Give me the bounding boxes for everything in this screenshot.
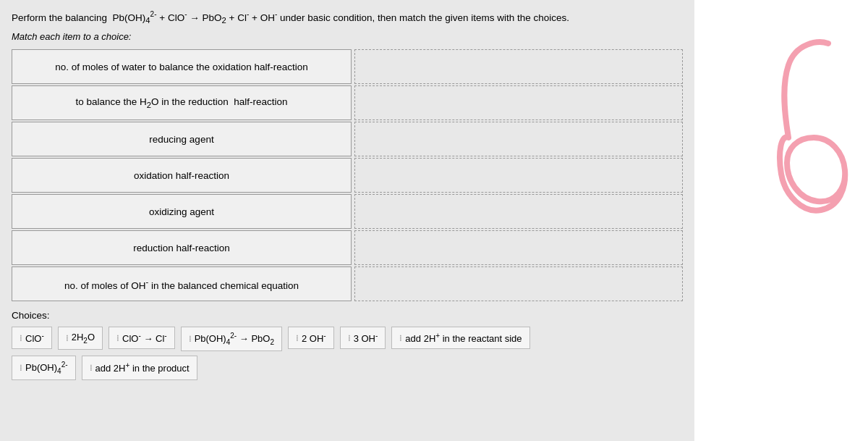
choice-clo-label: ClO- bbox=[25, 332, 44, 344]
drag-icon-pboh4: ⁞ bbox=[20, 363, 22, 373]
choice-clo[interactable]: ⁞ ClO- bbox=[12, 327, 52, 349]
answer-box-1[interactable] bbox=[354, 49, 683, 84]
choice-clo-to-cl[interactable]: ⁞ ClO- → Cl- bbox=[109, 327, 175, 349]
choice-pb-to-pbo2-label: Pb(OH)42- → PbO2 bbox=[195, 332, 274, 346]
choice-pb-to-pbo2[interactable]: ⁞ Pb(OH)42- → PbO2 bbox=[181, 327, 282, 351]
instruction-text: Perform the balancing Pb(OH)42- + ClO- →… bbox=[12, 9, 683, 27]
drag-icon-clo-to-cl: ⁞ bbox=[116, 333, 119, 343]
answer-box-6[interactable] bbox=[354, 230, 683, 265]
answer-box-5[interactable] bbox=[354, 194, 683, 229]
main-area: Perform the balancing Pb(OH)42- + ClO- →… bbox=[0, 0, 694, 441]
drag-icon-add2h-reactant: ⁞ bbox=[399, 333, 401, 343]
item-5[interactable]: oxidizing agent bbox=[12, 194, 352, 229]
item-5-label: oxidizing agent bbox=[149, 206, 214, 217]
drag-icon-add2h-product: ⁞ bbox=[90, 363, 92, 373]
choice-clo-to-cl-label: ClO- → Cl- bbox=[122, 332, 167, 344]
answer-box-4[interactable] bbox=[354, 158, 683, 193]
match-label: Match each item to a choice: bbox=[12, 31, 683, 42]
item-6[interactable]: reduction half-reaction bbox=[12, 230, 352, 265]
choices-row-1: ⁞ ClO- ⁞ 2H2O ⁞ ClO- → Cl- ⁞ Pb(OH)42- →… bbox=[12, 327, 683, 351]
right-panel bbox=[694, 0, 868, 441]
item-7-label: no. of moles of OH- in the balanced chem… bbox=[64, 277, 299, 291]
right-answer-boxes bbox=[352, 49, 683, 303]
item-1-label: no. of moles of water to balance the oxi… bbox=[55, 62, 308, 72]
answer-box-2[interactable] bbox=[354, 85, 683, 120]
item-2-label: to balance the H2O in the reduction half… bbox=[76, 96, 288, 109]
choice-add2h-product[interactable]: ⁞ add 2H+ in the product bbox=[82, 356, 197, 380]
drag-icon-3oh: ⁞ bbox=[348, 333, 350, 343]
item-4[interactable]: oxidation half-reaction bbox=[12, 158, 352, 193]
choice-3oh-label: 3 OH- bbox=[354, 332, 378, 344]
answer-box-3[interactable] bbox=[354, 122, 683, 156]
item-6-label: reduction half-reaction bbox=[133, 243, 230, 253]
item-1[interactable]: no. of moles of water to balance the oxi… bbox=[12, 49, 352, 84]
choice-2oh[interactable]: ⁞ 2 OH- bbox=[288, 327, 334, 349]
choice-2h2o[interactable]: ⁞ 2H2O bbox=[58, 327, 103, 350]
drag-icon-2h2o: ⁞ bbox=[66, 333, 68, 343]
drag-icon-pb-to-pbo2: ⁞ bbox=[189, 334, 191, 344]
choices-label: Choices: bbox=[12, 310, 683, 321]
item-3[interactable]: reducing agent bbox=[12, 122, 352, 156]
choice-2oh-label: 2 OH- bbox=[302, 332, 326, 344]
choice-add2h-reactant[interactable]: ⁞ add 2H+ in the reactant side bbox=[391, 327, 529, 349]
choices-row-2: ⁞ Pb(OH)42- ⁞ add 2H+ in the product bbox=[12, 356, 683, 380]
answer-box-7[interactable] bbox=[354, 266, 683, 301]
choice-3oh[interactable]: ⁞ 3 OH- bbox=[340, 327, 386, 349]
left-items: no. of moles of water to balance the oxi… bbox=[12, 49, 352, 303]
item-7[interactable]: no. of moles of OH- in the balanced chem… bbox=[12, 266, 352, 301]
item-3-label: reducing agent bbox=[149, 134, 213, 145]
choice-2h2o-label: 2H2O bbox=[72, 332, 95, 345]
choice-add2h-reactant-label: add 2H+ in the reactant side bbox=[405, 332, 522, 344]
match-grid: no. of moles of water to balance the oxi… bbox=[12, 49, 683, 303]
drag-icon-2oh: ⁞ bbox=[296, 333, 298, 343]
choice-pboh4-label: Pb(OH)42- bbox=[25, 361, 68, 375]
drag-icon-clo: ⁞ bbox=[20, 333, 22, 343]
choice-pboh4[interactable]: ⁞ Pb(OH)42- bbox=[12, 356, 76, 380]
handwritten-six bbox=[767, 29, 854, 246]
item-2[interactable]: to balance the H2O in the reduction half… bbox=[12, 85, 352, 120]
choice-add2h-product-label: add 2H+ in the product bbox=[95, 361, 190, 374]
item-4-label: oxidation half-reaction bbox=[134, 170, 229, 181]
